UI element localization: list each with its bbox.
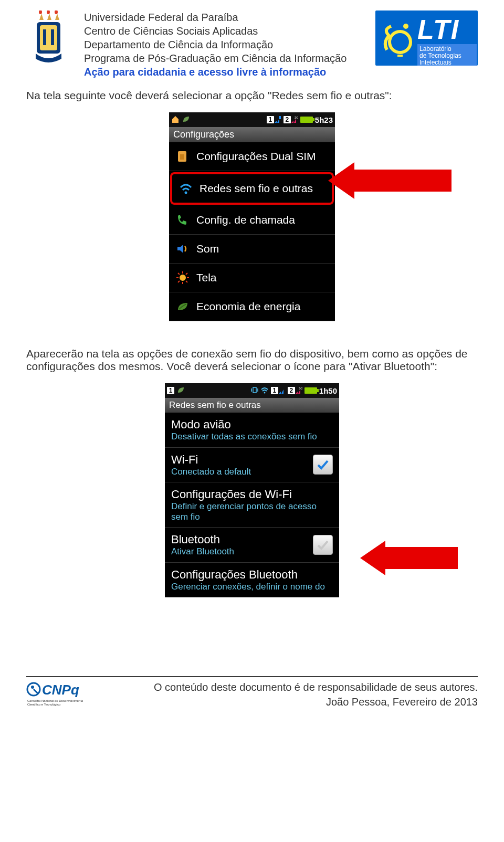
settings-row-label: Economia de energia bbox=[196, 300, 330, 313]
status-bar: 1 1 23G 1h50 bbox=[165, 383, 339, 398]
svg-point-29 bbox=[264, 392, 265, 393]
svg-marker-31 bbox=[360, 541, 385, 575]
wireless-row[interactable]: Configurações BluetoothGerenciar conexõe… bbox=[165, 563, 339, 598]
footer-date: João Pessoa, Fevereiro de 2013 bbox=[94, 694, 478, 709]
sim-card-icon bbox=[174, 150, 191, 163]
svg-rect-10 bbox=[397, 55, 403, 57]
sim1-indicator: 1 bbox=[267, 116, 281, 123]
phone-screenshot-1: 1 23G 5h23 Configurações Configurações D… bbox=[26, 112, 478, 321]
wireless-row[interactable]: Modo aviãoDesativar todas as conexões se… bbox=[165, 413, 339, 448]
svg-point-7 bbox=[390, 31, 411, 52]
document-header: Universidade Federal da Paraíba Centro d… bbox=[26, 10, 478, 79]
wireless-row-subtitle: Gerenciar conexões, definir o nome do bbox=[171, 582, 333, 592]
settings-row-label: Tela bbox=[196, 271, 330, 284]
wifi-icon bbox=[177, 182, 194, 195]
settings-row-label: Redes sem fio e outras bbox=[200, 182, 327, 195]
settings-row[interactable]: Redes sem fio e outras bbox=[170, 172, 334, 205]
wireless-row-title: Configurações de Wi-Fi bbox=[171, 488, 333, 501]
wireless-row-title: Bluetooth bbox=[171, 533, 313, 546]
svg-text:3G: 3G bbox=[299, 387, 302, 390]
instruction-para-2: Aparecerão na tela as opções de conexão … bbox=[26, 348, 478, 373]
wireless-row-title: Wi-Fi bbox=[171, 453, 313, 467]
battery-icon bbox=[304, 387, 317, 394]
svg-point-4 bbox=[39, 10, 42, 14]
lti-sub: Intelectuais bbox=[419, 59, 475, 66]
svg-rect-1 bbox=[40, 25, 57, 50]
page-footer: CNPq Conselho Nacional de Desenvolviment… bbox=[26, 676, 478, 709]
leaf-icon bbox=[174, 300, 191, 313]
settings-row[interactable]: Economia de energia bbox=[169, 292, 335, 321]
checkbox[interactable] bbox=[313, 535, 333, 555]
svg-rect-3 bbox=[51, 29, 54, 45]
checkbox[interactable] bbox=[313, 455, 333, 475]
svg-point-5 bbox=[47, 10, 50, 14]
header-line: Centro de Ciências Sociais Aplicadas bbox=[84, 24, 375, 38]
battery-icon bbox=[300, 117, 313, 123]
svg-line-24 bbox=[178, 281, 180, 282]
header-action-line: Ação para cidadania e acesso livre à inf… bbox=[84, 65, 375, 79]
phone-icon bbox=[174, 213, 191, 227]
svg-point-16 bbox=[180, 275, 186, 281]
svg-rect-2 bbox=[43, 29, 46, 45]
wireless-row-subtitle: Desativar todas as conexões sem fio bbox=[171, 431, 333, 442]
svg-text:Conselho Nacional de Desenvolv: Conselho Nacional de Desenvolvimento bbox=[27, 699, 83, 702]
svg-line-23 bbox=[186, 273, 187, 275]
sim2-indicator: 23G bbox=[284, 116, 298, 123]
lti-logo: LTI Laboratório de Tecnologias Intelectu… bbox=[375, 10, 478, 66]
svg-rect-9 bbox=[397, 51, 403, 54]
wireless-row[interactable]: BluetoothAtivar Bluetooth bbox=[165, 528, 339, 563]
home-icon bbox=[171, 115, 180, 125]
phone-screenshot-2: 1 1 23G 1h50 Redes sem fio e outras Modo… bbox=[26, 383, 478, 597]
callout-arrow bbox=[328, 162, 452, 199]
svg-rect-11 bbox=[279, 116, 281, 119]
wireless-row-subtitle: Conectado a default bbox=[171, 467, 313, 477]
footer-responsibility: O conteúdo deste documento é de responsa… bbox=[94, 680, 478, 694]
svg-point-15 bbox=[185, 192, 187, 194]
settings-row-label: Configurações Dual SIM bbox=[196, 150, 330, 163]
instruction-para-1: Na tela seguinte você deverá selecionar … bbox=[26, 89, 478, 102]
callout-arrow bbox=[360, 541, 458, 575]
svg-rect-14 bbox=[180, 154, 184, 160]
section-title: Configurações bbox=[169, 127, 335, 142]
wireless-row-subtitle: Ativar Bluetooth bbox=[171, 546, 313, 557]
wifi-icon bbox=[260, 386, 269, 395]
svg-point-33 bbox=[31, 686, 34, 689]
svg-marker-25 bbox=[328, 162, 354, 199]
sim2-indicator: 23G bbox=[288, 387, 302, 394]
svg-text:3G: 3G bbox=[295, 116, 298, 119]
svg-point-8 bbox=[403, 24, 408, 29]
header-line: Programa de Pós-Graduação em Ciência da … bbox=[84, 51, 375, 65]
settings-row[interactable]: Config. de chamada bbox=[169, 206, 335, 235]
leaf-icon bbox=[182, 115, 190, 125]
settings-row[interactable]: Configurações Dual SIM bbox=[169, 142, 335, 171]
sim1-indicator: 1 bbox=[271, 387, 286, 394]
settings-row[interactable]: Som bbox=[169, 235, 335, 264]
settings-row[interactable]: Tela bbox=[169, 264, 335, 292]
settings-row-label: Config. de chamada bbox=[196, 214, 330, 226]
section-title: Redes sem fio e outras bbox=[165, 398, 339, 413]
status-bar: 1 23G 5h23 bbox=[169, 112, 335, 127]
status-time: 1h50 bbox=[319, 386, 337, 395]
lti-letters: LTI bbox=[417, 14, 459, 45]
wireless-row[interactable]: Configurações de Wi-FiDefinir e gerencia… bbox=[165, 482, 339, 528]
svg-line-21 bbox=[178, 273, 180, 275]
header-line: Departamento de Ciência da Informação bbox=[84, 38, 375, 51]
cnpq-logo: CNPq Conselho Nacional de Desenvolviment… bbox=[26, 680, 94, 709]
ufpb-logo bbox=[26, 10, 71, 66]
vib-icon bbox=[251, 386, 258, 395]
wireless-row-title: Modo avião bbox=[171, 418, 333, 431]
wireless-row-subtitle: Definir e gerenciar pontos de acesso sem… bbox=[171, 501, 333, 522]
header-text-block: Universidade Federal da Paraíba Centro d… bbox=[84, 10, 375, 79]
svg-text:Científico e Tecnológico: Científico e Tecnológico bbox=[27, 703, 61, 706]
leaf-icon bbox=[176, 386, 185, 396]
svg-line-22 bbox=[186, 281, 187, 282]
sun-icon bbox=[174, 271, 191, 285]
wireless-row-title: Configurações Bluetooth bbox=[171, 568, 333, 582]
wireless-row[interactable]: Wi-FiConectado a default bbox=[165, 448, 339, 483]
header-line: Universidade Federal da Paraíba bbox=[84, 10, 375, 24]
svg-point-6 bbox=[55, 10, 58, 14]
sim-badge: 1 bbox=[167, 387, 174, 394]
status-time: 5h23 bbox=[315, 115, 333, 124]
speaker-icon bbox=[174, 242, 191, 256]
svg-text:CNPq: CNPq bbox=[42, 682, 79, 698]
